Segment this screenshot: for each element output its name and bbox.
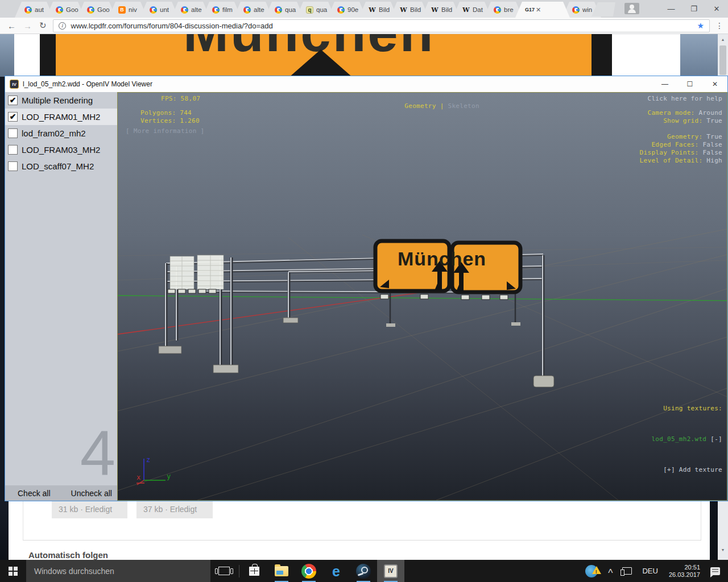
taskbar: Windows durchsuchen e IV ᐱ DEU 20:51 26.… bbox=[0, 560, 728, 582]
upload-status-chip: 37 kb · Erledigt bbox=[136, 500, 213, 518]
axis-x-label: x bbox=[136, 473, 140, 481]
model-list-item[interactable]: ✔Multiple Rendering bbox=[5, 92, 117, 109]
clock[interactable]: 20:51 26.03.2017 bbox=[669, 564, 700, 579]
forward-icon[interactable]: → bbox=[23, 21, 32, 31]
openiv-logo-icon: IV bbox=[10, 80, 19, 89]
google-favicon-icon bbox=[243, 6, 251, 14]
back-icon[interactable]: ← bbox=[7, 21, 16, 31]
address-bar[interactable]: i www.lcpdfr.com/forums/forum/804-discus… bbox=[53, 19, 710, 32]
close-icon[interactable]: ✕ bbox=[702, 80, 727, 88]
tab-strip: autGooGooBnivuntaltefilmaltequaqqua90eWB… bbox=[0, 0, 728, 18]
viewport-setting-line[interactable]: Edged Faces: False bbox=[640, 141, 722, 149]
model-name-label: LOD_FRAM01_MH2 bbox=[22, 112, 100, 122]
model-list-item[interactable]: LOD_scaff07_MH2 bbox=[5, 158, 117, 174]
openiv-body: ✔Multiple Rendering✔LOD_FRAM01_MH2lod_fr… bbox=[5, 92, 727, 501]
setting-label: Geometry: bbox=[667, 133, 702, 140]
reload-icon[interactable]: ↻ bbox=[39, 20, 47, 31]
checkbox[interactable] bbox=[8, 128, 18, 138]
chrome-button[interactable] bbox=[295, 560, 322, 582]
g17-favicon-icon: G17 bbox=[525, 6, 535, 14]
maximize-icon[interactable]: ☐ bbox=[677, 80, 702, 88]
tab-list: autGooGooBnivuntaltefilmaltequaqqua90eWB… bbox=[15, 2, 615, 18]
setting-value: True bbox=[702, 117, 722, 124]
viewport-setting-line[interactable]: Display Points: False bbox=[640, 149, 722, 157]
store-button[interactable] bbox=[241, 560, 268, 582]
uncheck-all-button[interactable]: Uncheck all bbox=[71, 489, 112, 498]
add-texture-button[interactable]: [+] Add texture bbox=[651, 465, 722, 475]
openiv-taskbar-button[interactable]: IV bbox=[377, 560, 404, 582]
viewport-setting-line[interactable]: Camera mode: Around bbox=[640, 109, 722, 117]
texture-remove-button[interactable]: [-] bbox=[706, 435, 722, 443]
browser-tab[interactable]: G17✕ bbox=[515, 2, 570, 18]
profile-avatar-button[interactable] bbox=[624, 3, 639, 14]
wikipedia-favicon-icon: W bbox=[369, 6, 376, 14]
start-button[interactable] bbox=[0, 560, 26, 582]
taskbar-search-box[interactable]: Windows durchsuchen bbox=[26, 560, 210, 582]
setting-label: Level of Detail: bbox=[640, 157, 703, 164]
scroll-up-icon[interactable]: ▲ bbox=[718, 38, 728, 41]
tab-skeleton[interactable]: Skeleton bbox=[448, 102, 479, 110]
tab-geometry[interactable]: Geometry bbox=[404, 102, 436, 110]
follow-heading: Automatisch folgen bbox=[28, 550, 108, 560]
google-favicon-icon bbox=[56, 6, 63, 14]
language-indicator[interactable]: DEU bbox=[642, 567, 657, 575]
network-icon[interactable] bbox=[622, 567, 632, 575]
checkbox[interactable]: ✔ bbox=[8, 95, 18, 105]
page-info-icon[interactable]: i bbox=[59, 22, 66, 30]
model-name-label: Multiple Rendering bbox=[22, 95, 93, 105]
tab-label: Bild bbox=[410, 6, 423, 13]
tab-label: aut bbox=[35, 6, 48, 13]
panel-border bbox=[701, 501, 701, 540]
restore-button[interactable]: ❐ bbox=[682, 5, 705, 13]
taskbar-separator bbox=[239, 565, 239, 577]
browser-menu-icon[interactable]: ⋮ bbox=[715, 21, 723, 30]
google-favicon-icon bbox=[87, 6, 94, 14]
notification-center-icon[interactable] bbox=[710, 567, 720, 575]
tab-label: Goo bbox=[97, 6, 110, 13]
edge-button[interactable]: e bbox=[322, 560, 350, 582]
checkbox[interactable] bbox=[8, 145, 18, 155]
setting-value: False bbox=[698, 149, 722, 156]
model-name-label: LOD_scaff07_MH2 bbox=[22, 161, 94, 171]
checkbox[interactable] bbox=[8, 161, 18, 171]
model-list-item[interactable]: lod_fram02_mh2 bbox=[5, 125, 117, 142]
panel-border bbox=[23, 501, 23, 540]
task-view-button[interactable] bbox=[210, 560, 238, 582]
bookmark-star-icon[interactable]: ★ bbox=[697, 21, 704, 30]
model-list-item[interactable]: LOD_FRAM03_MH2 bbox=[5, 142, 117, 158]
viewport-setting-line[interactable]: Show grid: True bbox=[640, 117, 722, 125]
edge-icon: e bbox=[332, 564, 340, 579]
scrollbar-thumb[interactable] bbox=[719, 45, 726, 75]
minimize-icon[interactable]: — bbox=[652, 80, 677, 88]
check-all-button[interactable]: Check all bbox=[18, 489, 51, 498]
sign-arrow-triangle bbox=[288, 49, 353, 77]
wikipedia-favicon-icon: W bbox=[431, 6, 439, 14]
tab-label: Goo bbox=[66, 6, 79, 13]
tray-chevron-icon[interactable]: ᐱ bbox=[608, 568, 613, 574]
google-favicon-icon bbox=[24, 6, 32, 14]
model-list-item[interactable]: ✔LOD_FRAM01_MH2 bbox=[5, 109, 117, 125]
viewport-setting-line[interactable]: Geometry: True bbox=[640, 133, 722, 141]
texture-panel: Using textures: lod_05_mh2.wtd [-] [+] A… bbox=[651, 383, 722, 496]
tray-warning-icon[interactable] bbox=[585, 565, 598, 577]
steam-button[interactable] bbox=[350, 560, 377, 582]
openiv-titlebar[interactable]: IV l_lod_05_mh2.wdd - OpenIV Model Viewe… bbox=[5, 76, 727, 92]
help-link[interactable]: Click here for help bbox=[647, 95, 722, 102]
muenchen-sign-image: München bbox=[40, 34, 612, 77]
checkbox[interactable]: ✔ bbox=[8, 112, 18, 122]
tab-close-icon[interactable]: ✕ bbox=[536, 6, 541, 14]
viewport-setting-line[interactable]: Level of Detail: High bbox=[640, 157, 722, 165]
browser-window-controls: — ❐ ✕ bbox=[624, 0, 728, 17]
google-favicon-icon bbox=[275, 6, 282, 14]
scroll-down-icon[interactable]: ▼ bbox=[718, 548, 728, 552]
model-viewport[interactable]: München z y x FPS: 58,07 Polygons: 744 V… bbox=[117, 92, 727, 501]
file-explorer-button[interactable] bbox=[268, 560, 295, 582]
more-information-link[interactable]: [ More information ] bbox=[126, 127, 204, 135]
tab-label: film bbox=[222, 6, 235, 13]
url-text[interactable]: www.lcpdfr.com/forums/forum/804-discussi… bbox=[71, 22, 273, 30]
close-button[interactable]: ✕ bbox=[705, 5, 728, 13]
minimize-button[interactable]: — bbox=[660, 5, 682, 13]
tab-label: bre bbox=[504, 6, 517, 13]
mode-divider: | bbox=[436, 102, 448, 110]
tab-label: 90e bbox=[348, 6, 361, 13]
